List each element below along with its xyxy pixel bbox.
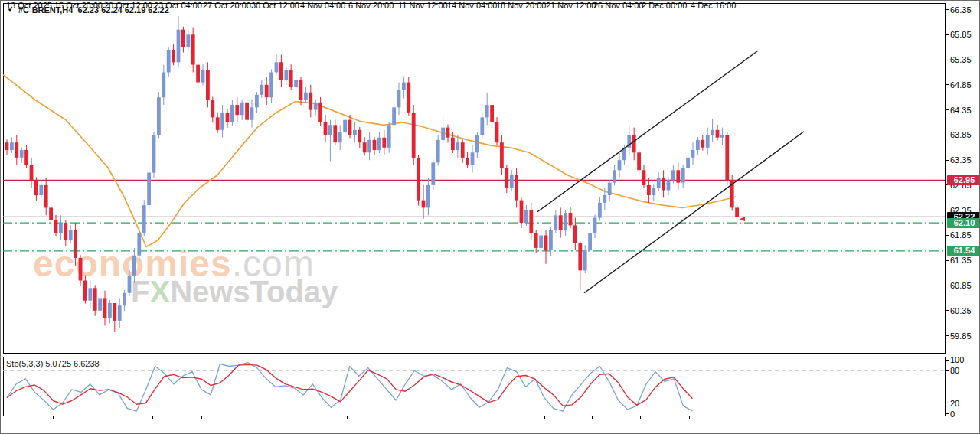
trading-chart-window: economies.com FXNewsToday ▼#C-BRENT,H4 6… — [0, 0, 980, 434]
moving-average-line — [3, 75, 736, 247]
candlesticks — [5, 16, 739, 332]
indicator-panel-frame — [3, 357, 945, 416]
current-price-arrow-icon — [740, 217, 745, 221]
price-chart-canvas[interactable] — [1, 1, 980, 434]
main-chart-frame — [3, 3, 945, 354]
stochastic-k-line — [7, 363, 692, 411]
